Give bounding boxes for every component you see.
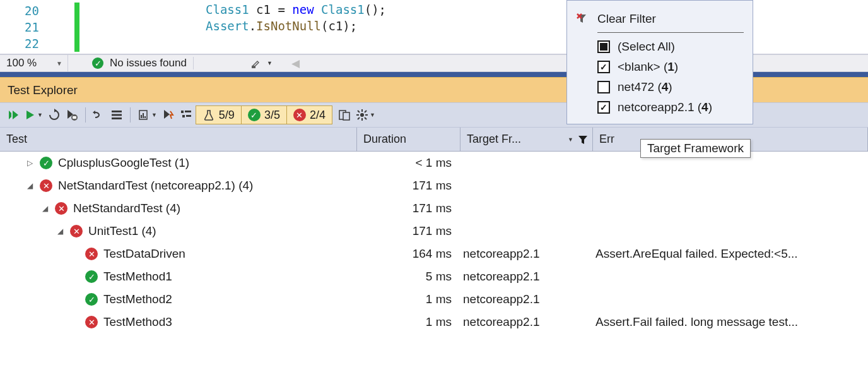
- separator: [193, 57, 194, 69]
- change-indicator: [74, 19, 79, 35]
- show-test-output-button[interactable]: [336, 106, 353, 124]
- run-button[interactable]: ▼: [23, 106, 45, 124]
- clear-filter-icon: [576, 13, 589, 25]
- outcome-icon: ✓: [39, 157, 53, 169]
- filter-option[interactable]: net472 (4): [576, 77, 744, 97]
- duration-cell: 164 ms: [357, 247, 460, 261]
- test-name: NetStandardTest (4): [73, 201, 180, 215]
- column-target-framework[interactable]: Target Fr... ▼: [460, 128, 593, 151]
- test-row[interactable]: ◢✕NetStandardTest (4)171 ms: [0, 197, 868, 220]
- svg-rect-0: [252, 66, 255, 68]
- expand-toggle[interactable]: ◢: [25, 181, 34, 190]
- expand-toggle[interactable]: ◢: [40, 204, 49, 213]
- target-framework-cell: netcoreapp2.1: [460, 292, 593, 306]
- line-number: 22: [0, 37, 44, 51]
- svg-rect-8: [143, 113, 144, 118]
- code-line[interactable]: [206, 35, 868, 52]
- filter-option-label: (Select All): [618, 40, 675, 54]
- outcome-icon: ✕: [54, 202, 68, 215]
- filter-icon[interactable]: [577, 134, 589, 145]
- x-circle-icon: ✕: [293, 109, 306, 121]
- change-indicator: [74, 3, 79, 19]
- svg-rect-3: [112, 111, 122, 112]
- code-line[interactable]: Assert.IsNotNull(c1);: [206, 19, 868, 35]
- checkbox[interactable]: [597, 40, 610, 53]
- test-row[interactable]: ✓TestMethod15 msnetcoreapp2.1: [0, 265, 868, 288]
- test-name: TestMethod1: [103, 270, 172, 284]
- cleanup-dropdown[interactable]: ▼: [250, 57, 273, 69]
- expand-toggle[interactable]: ▷: [25, 159, 34, 167]
- filter-option[interactable]: <blank> (1): [576, 57, 744, 77]
- check-circle-icon: ✓: [248, 109, 261, 121]
- failed-tests[interactable]: ✕ 2/4: [287, 106, 332, 124]
- test-row[interactable]: ✓TestMethod21 msnetcoreapp2.1: [0, 288, 868, 311]
- total-tests[interactable]: 5/9: [196, 106, 242, 124]
- zoom-value: 100 %: [6, 57, 37, 69]
- check-circle-icon: ✓: [92, 57, 103, 69]
- test-row[interactable]: ◢✕UnitTest1 (4)171 ms: [0, 220, 868, 243]
- separator: [597, 32, 744, 33]
- filter-option-label: netcoreapp2.1 (4): [618, 100, 712, 114]
- duration-cell: 171 ms: [357, 201, 460, 215]
- svg-rect-12: [182, 115, 185, 117]
- outcome-icon: ✓: [85, 293, 98, 306]
- duration-cell: 1 ms: [357, 315, 460, 329]
- chevron-down-icon[interactable]: ▼: [568, 136, 573, 143]
- flask-icon: [202, 109, 215, 121]
- test-name: CplusplusGoogleTest (1): [58, 156, 189, 170]
- run-all-button[interactable]: [5, 106, 21, 124]
- code-line[interactable]: Class1 c1 = new Class1();: [206, 3, 868, 19]
- test-name: NetStandardTest (netcoreapp2.1) (4): [58, 179, 253, 193]
- line-number: 20: [0, 4, 44, 18]
- filter-popup: Clear Filter (Select All)<blank> (1)net4…: [566, 0, 753, 124]
- svg-rect-11: [185, 111, 191, 112]
- svg-rect-13: [186, 115, 191, 117]
- filter-option[interactable]: netcoreapp2.1 (4): [576, 97, 744, 117]
- test-row[interactable]: ◢✕NetStandardTest (netcoreapp2.1) (4)171…: [0, 174, 868, 197]
- filter-option-label: net472 (4): [618, 80, 672, 94]
- test-counts: 5/9 ✓ 3/5 ✕ 2/4: [196, 105, 332, 124]
- test-row[interactable]: ✕TestMethod31 msnetcoreapp2.1Assert.Fail…: [0, 311, 868, 333]
- svg-rect-15: [343, 112, 349, 120]
- playlist-button[interactable]: [108, 106, 125, 124]
- settings-button[interactable]: ▼: [354, 106, 377, 124]
- outcome-icon: ✓: [85, 270, 98, 283]
- repeat-button[interactable]: [46, 106, 62, 124]
- clear-filter-button[interactable]: Clear Filter: [576, 8, 744, 30]
- outcome-icon: ✕: [85, 316, 98, 328]
- svg-line-24: [365, 111, 367, 112]
- duration-cell: 1 ms: [357, 292, 460, 306]
- zoom-dropdown[interactable]: 100 % ▼: [0, 55, 68, 71]
- svg-line-22: [365, 117, 367, 119]
- scroll-left-icon[interactable]: ◀: [291, 57, 300, 70]
- duration-cell: 171 ms: [357, 224, 460, 238]
- chevron-down-icon: ▼: [267, 60, 273, 66]
- playlist-loop-button[interactable]: [91, 106, 107, 124]
- run-failed-button[interactable]: [160, 106, 177, 124]
- svg-rect-9: [144, 116, 146, 118]
- test-row[interactable]: ✕TestDataDriven164 msnetcoreapp2.1Assert…: [0, 243, 868, 265]
- passed-tests[interactable]: ✓ 3/5: [242, 106, 287, 124]
- filter-option-label: <blank> (1): [618, 60, 678, 74]
- group-by-button[interactable]: [178, 106, 194, 124]
- expand-toggle[interactable]: ◢: [56, 227, 64, 236]
- test-name: UnitTest1 (4): [88, 224, 156, 238]
- outcome-icon: ✕: [39, 179, 53, 192]
- svg-rect-2: [73, 116, 76, 119]
- change-indicator: [74, 35, 79, 52]
- column-test[interactable]: Test: [0, 128, 357, 151]
- error-cell: Assert.Fail failed. long message test...: [593, 315, 868, 329]
- checkbox[interactable]: [597, 101, 610, 114]
- error-cell: Assert.AreEqual failed. Expected:<5...: [593, 247, 868, 261]
- svg-rect-4: [112, 114, 122, 116]
- line-number: 21: [0, 20, 44, 34]
- svg-point-16: [360, 113, 364, 117]
- checkbox[interactable]: [597, 81, 610, 93]
- stop-button[interactable]: [64, 106, 80, 124]
- column-duration[interactable]: Duration: [357, 128, 460, 151]
- profiler-button[interactable]: ▼: [136, 106, 159, 124]
- filter-option[interactable]: (Select All): [576, 37, 744, 57]
- checkbox[interactable]: [597, 61, 610, 73]
- issues-text: No issues found: [110, 57, 187, 69]
- svg-rect-5: [112, 117, 122, 119]
